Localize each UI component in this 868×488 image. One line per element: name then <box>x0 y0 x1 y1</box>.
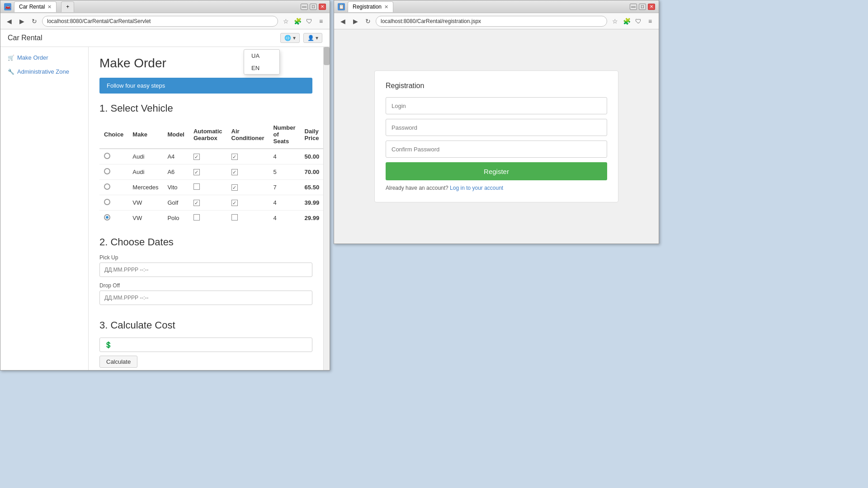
tab-close-left[interactable]: ✕ <box>47 4 52 10</box>
col-make: Make <box>128 121 163 149</box>
address-bar-right: ◀ ▶ ↻ localhost:8080/CarRental/registrat… <box>334 13 659 29</box>
checkbox-air-a4: ✓ <box>231 154 238 160</box>
calculate-section: 💲 Calculate <box>99 338 312 368</box>
table-row: Mercedes Vito ✓ 7 65.50 <box>99 180 323 195</box>
page-content-left: Car Rental 🌐 ▾ 👤 ▾ 🛒 Make Order 🔧 Admini… <box>0 29 330 370</box>
model-a6: A6 <box>163 164 189 180</box>
favicon-right: 📋 <box>338 3 345 10</box>
radio-vw-golf[interactable] <box>104 199 110 205</box>
minimize-btn-left[interactable]: — <box>301 4 308 10</box>
tab-label-reg: Registration <box>353 4 382 10</box>
pickup-label: Pick Up <box>99 254 312 261</box>
price-a6: 70.00 <box>300 164 323 180</box>
register-button[interactable]: Register <box>386 162 607 180</box>
checkbox-air-polo <box>231 214 238 221</box>
make-vw-golf: VW <box>128 195 163 211</box>
table-row: VW Polo 4 29.99 <box>99 211 323 226</box>
calc-display: 💲 <box>99 338 312 352</box>
star-icon-right[interactable]: ☆ <box>610 16 620 26</box>
dropoff-input[interactable] <box>99 291 312 305</box>
shield-icon[interactable]: 🛡 <box>304 16 314 26</box>
section-2-title: 2. Choose Dates <box>99 236 312 248</box>
checkbox-auto-golf: ✓ <box>193 200 200 206</box>
model-a4: A4 <box>163 149 189 164</box>
right-browser: 📋 Registration ✕ — □ ✕ ◀ ▶ ↻ localhost:8… <box>334 0 659 244</box>
confirm-password-input[interactable] <box>386 141 607 158</box>
maximize-btn-left[interactable]: □ <box>310 4 317 10</box>
minimize-btn-right[interactable]: — <box>630 4 637 10</box>
menu-icon-right[interactable]: ≡ <box>645 16 655 26</box>
star-icon[interactable]: ☆ <box>281 16 291 26</box>
radio-audi-a4[interactable] <box>104 153 110 159</box>
left-browser: 🚗 Car Rental ✕ + — □ ✕ ◀ ▶ ↻ localhost:8… <box>0 0 330 371</box>
language-dropdown: UA EN <box>244 49 280 75</box>
checkbox-air-vito: ✓ <box>231 184 238 191</box>
user-btn[interactable]: 👤 ▾ <box>303 33 322 43</box>
toolbar-icons-right: ☆ 🧩 🛡 ≡ <box>610 16 655 26</box>
price-a4: 50.00 <box>300 149 323 164</box>
make-mercedes: Mercedes <box>128 180 163 195</box>
app-header: Car Rental 🌐 ▾ 👤 ▾ <box>0 29 330 47</box>
cart-icon: 🛒 <box>8 55 14 61</box>
checkbox-air-golf: ✓ <box>231 200 238 206</box>
radio-vw-polo[interactable] <box>104 214 110 221</box>
tab-car-rental[interactable]: Car Rental ✕ <box>14 1 57 12</box>
login-account-link[interactable]: Log in to your account <box>450 185 503 191</box>
app-title: Car Rental <box>8 34 42 42</box>
reload-btn-left[interactable]: ↻ <box>29 16 39 26</box>
forward-btn-left[interactable]: ▶ <box>17 16 27 26</box>
back-btn-left[interactable]: ◀ <box>4 16 14 26</box>
scrollbar-left[interactable] <box>323 47 330 370</box>
login-input[interactable] <box>386 97 607 114</box>
dropdown-item-en[interactable]: EN <box>244 62 279 74</box>
dropdown-item-ua[interactable]: UA <box>244 50 279 62</box>
radio-mercedes-vito[interactable] <box>104 183 110 190</box>
col-price: DailyPrice <box>300 121 323 149</box>
checkbox-auto-polo <box>193 214 200 221</box>
make-vw-polo: VW <box>128 211 163 226</box>
forward-btn-right[interactable]: ▶ <box>350 16 360 26</box>
registration-card: Registration Register Already have an ac… <box>374 70 618 202</box>
toolbar-icons-left: ☆ 🧩 🛡 ≡ <box>281 16 326 26</box>
scrollbar-thumb-left[interactable] <box>324 47 330 65</box>
checkbox-auto-a4: ✓ <box>193 154 200 160</box>
price-vito: 65.50 <box>300 180 323 195</box>
favicon-left: 🚗 <box>4 3 11 10</box>
url-bar-left[interactable]: localhost:8080/CarRental/CarRentalServle… <box>42 16 278 27</box>
tab-label: Car Rental <box>19 4 45 10</box>
shield-icon-right[interactable]: 🛡 <box>633 16 643 26</box>
reload-btn-right[interactable]: ↻ <box>363 16 373 26</box>
dropoff-label: Drop Off <box>99 282 312 289</box>
menu-icon[interactable]: ≡ <box>316 16 326 26</box>
extensions-icon[interactable]: 🧩 <box>292 16 302 26</box>
sidebar-label-admin-zone: Administrative Zone <box>17 68 69 75</box>
price-golf: 39.99 <box>300 195 323 211</box>
password-input[interactable] <box>386 119 607 136</box>
tab-registration[interactable]: Registration ✕ <box>348 1 393 12</box>
extensions-icon-right[interactable]: 🧩 <box>622 16 632 26</box>
close-btn-right[interactable]: ✕ <box>648 4 655 10</box>
seats-a6: 5 <box>269 164 300 180</box>
sidebar-item-admin-zone[interactable]: 🔧 Administrative Zone <box>0 65 88 79</box>
page-content-right: Registration Register Already have an ac… <box>334 29 659 244</box>
table-row: Audi A6 ✓ ✓ 5 70.00 <box>99 164 323 180</box>
url-bar-right[interactable]: localhost:8080/CarRental/registration.js… <box>376 16 607 27</box>
back-btn-right[interactable]: ◀ <box>338 16 348 26</box>
close-btn-left[interactable]: ✕ <box>319 4 326 10</box>
calc-icon: 💲 <box>104 341 112 348</box>
tab-close-right[interactable]: ✕ <box>384 4 388 10</box>
calculate-button[interactable]: Calculate <box>99 356 137 368</box>
make-audi-a4: Audi <box>128 149 163 164</box>
registration-page: Registration Register Already have an ac… <box>334 29 659 244</box>
title-bar-left: 🚗 Car Rental ✕ + — □ ✕ <box>0 0 330 13</box>
title-bar-right: 📋 Registration ✕ — □ ✕ <box>334 0 659 13</box>
maximize-btn-right[interactable]: □ <box>639 4 646 10</box>
tab-new[interactable]: + <box>61 1 74 12</box>
pickup-input[interactable] <box>99 263 312 277</box>
section-3-title: 3. Calculate Cost <box>99 319 312 331</box>
radio-audi-a6[interactable] <box>104 168 110 174</box>
language-btn[interactable]: 🌐 ▾ <box>280 33 299 43</box>
vehicle-table: Choice Make Model AutomaticGearbox AirCo… <box>99 121 323 225</box>
sidebar-item-make-order[interactable]: 🛒 Make Order <box>0 51 88 65</box>
col-air-cond: AirConditioner <box>227 121 269 149</box>
